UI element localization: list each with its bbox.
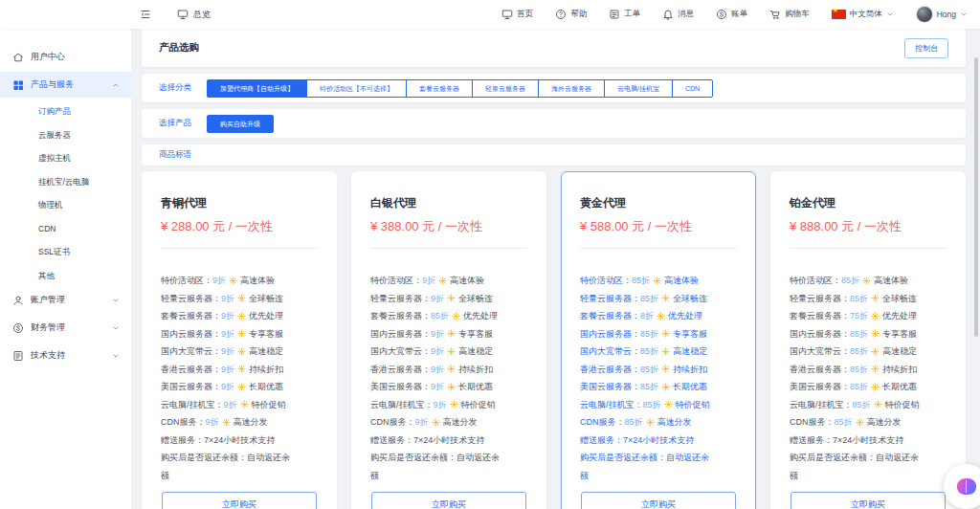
sun-icon — [661, 383, 670, 391]
sidebar-item-products-services[interactable]: 产品与服务 — [0, 72, 131, 98]
category-tab-0[interactable]: 加盟代理商【自动升级】 — [207, 79, 307, 98]
overview-tab-label: 总览 — [193, 9, 211, 21]
plan-price: ¥ 388.00 元 / 一次性 — [370, 218, 527, 249]
sidebar-subitem-other[interactable]: 其他 — [0, 264, 131, 288]
feature-line: 套餐云服务器：75折优先处理 — [790, 307, 924, 325]
sidebar-subitem-label: CDN — [38, 224, 56, 233]
feature-discount: 85折 — [643, 400, 661, 409]
sun-icon — [874, 400, 882, 409]
sidebar-subitem-cloud-server[interactable]: 云服务器 — [0, 123, 131, 147]
sun-icon — [871, 383, 880, 391]
topbar-item-ticket[interactable]: 工单 — [609, 9, 640, 20]
feature-line: 国内云服务器：85折专享客服 — [580, 325, 715, 343]
feature-label: 国内云服务器： — [790, 329, 850, 339]
product-card-2[interactable]: 白银代理¥ 388.00 元 / 一次性特价活动区：9折高速体验轻量云服务器：9… — [351, 171, 546, 509]
feature-tagline: 高速稳定 — [458, 346, 493, 356]
sidebar: 用户中心产品与服务订购产品云服务器虚拟主机挂机宝/云电脑物理机CDNSSL证书其… — [0, 29, 131, 509]
sidebar-subitem-vps-cloudpc[interactable]: 挂机宝/云电脑 — [0, 170, 131, 194]
feature-line: CDN服务：9折高速分发 — [161, 413, 296, 432]
page-title: 产品选购 — [159, 41, 199, 55]
feature-discount: 85折 — [853, 400, 871, 409]
feature-line: 轻量云服务器：85折全球畅连 — [790, 290, 924, 308]
feature-tagline: 全球畅连 — [458, 294, 493, 303]
sidebar-collapse-icon[interactable] — [140, 9, 151, 20]
sun-icon — [452, 312, 460, 321]
language-label: 中文简体 — [850, 9, 882, 20]
feature-discount: 75折 — [850, 311, 868, 321]
category-tab-1[interactable]: 特价活动区【不可选择】 — [306, 79, 407, 98]
avatar — [916, 6, 933, 23]
tab-overview[interactable]: 总览 — [177, 9, 211, 21]
feature-discount: 85折 — [850, 346, 868, 356]
user-menu[interactable]: Hong — [916, 6, 968, 23]
product-tabs: 购买自助升级 — [207, 115, 274, 133]
feature-tagline: 优先处理 — [463, 311, 498, 321]
feature-tagline: 长期优惠 — [458, 382, 493, 391]
sun-icon — [646, 418, 655, 427]
category-tab-5[interactable]: 云电脑/挂机宝 — [604, 79, 673, 98]
feature-tagline: 优先处理 — [882, 311, 917, 321]
topbar-item-home[interactable]: 首页 — [501, 9, 533, 20]
help-icon — [555, 9, 567, 20]
product-tab-0[interactable]: 购买自助升级 — [207, 115, 274, 133]
language-selector[interactable]: 中文简体 — [832, 9, 894, 20]
feature-discount: 9折 — [431, 365, 444, 374]
sidebar-item-account[interactable]: 账户管理 — [0, 287, 131, 313]
sun-icon — [661, 329, 670, 338]
sun-icon — [653, 277, 661, 285]
buy-now-button[interactable]: 立即购买 — [162, 492, 317, 509]
console-button[interactable]: 控制台 — [904, 38, 948, 58]
feature-line: 香港云服务器：85折持续折扣 — [580, 361, 715, 379]
sun-icon — [447, 347, 456, 356]
sun-icon — [447, 294, 456, 302]
topbar-item-bill[interactable]: 账单 — [716, 9, 747, 20]
sidebar-subitem-virtual-host[interactable]: 虚拟主机 — [0, 146, 131, 170]
feature-discount: 85折 — [850, 294, 868, 303]
sidebar-item-label: 账户管理 — [31, 294, 65, 306]
category-tab-4[interactable]: 海外云服务器 — [538, 79, 605, 98]
feature-label: 美国云服务器： — [370, 382, 431, 391]
buy-now-button[interactable]: 立即购买 — [581, 492, 736, 509]
product-card-3[interactable]: 黄金代理¥ 588.00 元 / 一次性特价活动区：85折高速体验轻量云服务器：… — [561, 171, 756, 509]
feature-line: 赠送服务：7×24小时技术支持 — [580, 432, 715, 450]
feature-line: 国内云服务器：85折专享客服 — [790, 325, 924, 343]
category-tab-3[interactable]: 轻量云服务器 — [472, 79, 539, 98]
topbar-item-message[interactable]: 消息 — [662, 9, 694, 20]
sidebar-item-user-center[interactable]: 用户中心 — [0, 44, 131, 70]
feature-tagline: 持续折扣 — [249, 365, 283, 374]
product-card-1[interactable]: 青铜代理¥ 288.00 元 / 一次性特价活动区：9折高速体验轻量云服务器：9… — [142, 171, 337, 509]
feature-tagline: 高速分发 — [443, 417, 478, 427]
sidebar-subitem-cdn[interactable]: CDN — [0, 217, 131, 241]
feature-discount: 85折 — [835, 417, 853, 427]
feature-label: 赠送服务：7×24小时技术支持 — [161, 435, 275, 445]
feature-line: CDN服务：85折高速分发 — [580, 413, 715, 432]
category-filter-label: 选择分类 — [159, 82, 191, 94]
topbar-item-help[interactable]: 帮助 — [555, 9, 587, 20]
sun-icon — [447, 365, 456, 373]
topbar-item-cart[interactable]: 购物车 — [769, 9, 810, 20]
sidebar-item-label: 产品与服务 — [31, 78, 74, 91]
category-tab-6[interactable]: CDN — [672, 79, 713, 98]
chevron-up-icon — [112, 81, 120, 89]
feature-line: 云电脑/挂机宝：9折特价促销 — [161, 396, 296, 414]
ticket-icon — [609, 9, 620, 20]
buy-now-button[interactable]: 立即购买 — [371, 492, 526, 509]
buy-now-button[interactable]: 立即购买 — [791, 492, 946, 509]
scrollbar[interactable] — [974, 57, 978, 337]
sidebar-subitem-order-product[interactable]: 订购产品 — [0, 100, 131, 123]
product-card-4[interactable]: 铂金代理¥ 888.00 元 / 一次性特价活动区：85折高速体验轻量云服务器：… — [770, 171, 966, 509]
feature-label: 赠送服务：7×24小时技术支持 — [790, 435, 903, 445]
topbar-item-label: 购物车 — [785, 9, 810, 20]
feature-line: 购买后是否返还余额：自动返还余额 — [161, 449, 296, 484]
feature-tagline: 全球畅连 — [673, 294, 707, 303]
sidebar-item-support[interactable]: 技术支持 — [0, 343, 131, 368]
sun-icon — [661, 347, 670, 356]
sidebar-subitem-ssl-cert[interactable]: SSL证书 — [0, 240, 131, 264]
feature-discount: 85折 — [850, 329, 868, 339]
sidebar-item-finance[interactable]: 财务管理 — [0, 315, 131, 341]
feature-tagline: 高速分发 — [867, 417, 902, 427]
sidebar-subitem-physical-server[interactable]: 物理机 — [0, 193, 131, 217]
feature-tagline: 优先处理 — [249, 311, 283, 321]
category-tab-2[interactable]: 套餐云服务器 — [406, 79, 473, 98]
feature-discount: 9折 — [431, 329, 444, 339]
